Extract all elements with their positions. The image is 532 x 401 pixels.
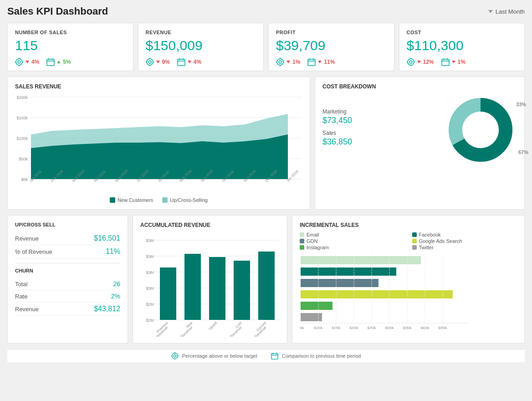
- footer-item-calendar: Comparison to previous time period: [271, 352, 361, 360]
- svg-text:$100k: $100k: [314, 326, 323, 329]
- svg-text:$400k: $400k: [420, 326, 430, 329]
- svg-point-105: [172, 353, 177, 359]
- kpi-label-revenue: REVENUE: [146, 30, 256, 35]
- legend-instagram: Instagram: [300, 245, 405, 250]
- sales-revenue-title: SALES REVENUE: [15, 83, 302, 90]
- svg-text:$0k: $0k: [21, 177, 28, 182]
- legend-label-upcross: Up/Cross-Selling: [170, 197, 208, 203]
- svg-rect-26: [308, 59, 315, 66]
- kpi-calendar-pct-revenue: 4%: [194, 59, 201, 65]
- kpi-metric-calendar-cost: 1%: [441, 58, 466, 66]
- cost-breakdown-card: COST BREAKDOWN Marketing $73,450 Sales $…: [315, 77, 525, 210]
- donut-marketing-label: Marketing: [322, 108, 444, 115]
- upcross-title: UP/CROSS SELL: [15, 222, 120, 227]
- footer-calendar-label: Comparison to previous time period: [282, 353, 361, 359]
- svg-text:Upsell: Upsell: [208, 321, 218, 331]
- kpi-target-pct-revenue: 9%: [162, 59, 170, 65]
- svg-text:$50k: $50k: [19, 157, 28, 161]
- accumulated-revenue-card: ACCUMULATED REVENUE $3M $3M $3M $3M $2M …: [133, 215, 287, 344]
- kpi-target-pct-sales: 4%: [31, 59, 39, 65]
- footer-target-icon: [171, 352, 179, 360]
- down-arrow-icon-c1: [417, 61, 421, 63]
- svg-point-65: [462, 112, 499, 148]
- bottom-row: UP/CROSS SELL Revenue $16,501 % of Reven…: [7, 215, 525, 344]
- sales-revenue-card: SALES REVENUE $200k $150k $100k $50k $0k: [7, 77, 310, 210]
- kpi-metric-calendar-revenue: 4%: [177, 58, 201, 66]
- inc-sales-svg: $50k $100k $150k $200k $250k $300k $350k…: [300, 254, 491, 331]
- sales-revenue-svg: $200k $150k $100k $50k $0k: [15, 93, 303, 194]
- stat-value-churn-revenue: $43,812: [94, 305, 120, 313]
- svg-text:$250k: $250k: [367, 326, 376, 329]
- svg-point-30: [408, 59, 414, 65]
- upcross-churn-card: UP/CROSS SELL Revenue $16,501 % of Reven…: [7, 215, 128, 344]
- down-arrow-icon-p2: [318, 61, 322, 63]
- svg-text:$3M: $3M: [146, 238, 154, 243]
- accumulated-revenue-title: ACCUMULATED REVENUE: [140, 222, 280, 228]
- kpi-metrics-sales: 4% 5%: [15, 58, 126, 66]
- svg-text:$3M: $3M: [146, 254, 154, 259]
- stat-row-churn-total: Total 26: [15, 278, 120, 290]
- kpi-label-sales: NUMBER OF SALES: [15, 30, 126, 35]
- donut-marketing: Marketing $73,450: [322, 108, 444, 125]
- legend-new-customers: New Customers: [110, 197, 153, 203]
- stat-label-churn-total: Total: [15, 281, 27, 288]
- footer-calendar-icon: [271, 352, 278, 360]
- svg-text:$200k: $200k: [349, 326, 358, 329]
- inc-sales-legend: Email Facebook GDN Google Ads Search Ins…: [300, 232, 517, 250]
- donut-sales: Sales $36,850: [322, 130, 444, 147]
- stat-label-pct-revenue: % of Revenue: [15, 248, 52, 255]
- svg-point-11: [148, 61, 151, 63]
- svg-text:$300k: $300k: [385, 326, 394, 329]
- header: Sales KPI Dashboard Last Month: [7, 5, 525, 17]
- donut-chart-container: 33% 67%: [444, 93, 517, 166]
- kpi-label-cost: COST: [407, 30, 517, 35]
- kpi-card-sales: NUMBER OF SALES 115 4% 5%: [7, 23, 133, 71]
- bar-current-revenue: [258, 252, 275, 320]
- filter-arrow-icon: [488, 10, 493, 13]
- legend-email: Email: [300, 232, 405, 237]
- footer: Percentage above or below target Compari…: [7, 349, 525, 362]
- stat-row-churn-rate: Rate 2%: [15, 290, 120, 303]
- svg-rect-16: [178, 59, 185, 66]
- kpi-target-pct-cost: 12%: [423, 59, 434, 65]
- kpi-label-profit: PROFIT: [276, 30, 387, 35]
- kpi-metric-target-revenue: 9%: [146, 58, 170, 66]
- target-icon-cost: [407, 58, 415, 66]
- stat-label-revenue: Revenue: [15, 235, 39, 242]
- stat-value-pct-revenue: 11%: [106, 247, 120, 256]
- svg-text:$3M: $3M: [146, 270, 154, 275]
- down-arrow-icon-p1: [286, 61, 290, 63]
- donut-pct-67: 67%: [518, 149, 528, 155]
- stat-value-churn-total: 26: [113, 280, 120, 288]
- bar-new-revenue: [184, 254, 201, 320]
- stat-row-revenue: Revenue $16,501: [15, 232, 120, 245]
- donut-container: Marketing $73,450 Sales $36,850: [322, 93, 517, 166]
- down-arrow-icon-r2: [188, 61, 191, 63]
- kpi-metric-calendar-profit: 11%: [307, 58, 335, 66]
- legend-label-new-customers: New Customers: [118, 197, 153, 203]
- svg-point-20: [277, 59, 283, 65]
- stat-value-churn-rate: 2%: [111, 293, 120, 300]
- kpi-value-cost: $110,300: [407, 38, 517, 53]
- bar-email: [301, 256, 421, 264]
- svg-text:$2M: $2M: [146, 318, 154, 323]
- kpi-metric-calendar-sales: 5%: [46, 58, 71, 66]
- donut-pct-33: 33%: [516, 102, 526, 107]
- donut-sales-label: Sales: [322, 130, 444, 136]
- kpi-metrics-profit: 1% 11%: [276, 58, 387, 66]
- sales-revenue-legend: New Customers Up/Cross-Selling: [15, 197, 302, 203]
- stat-label-churn-revenue: Revenue: [15, 306, 39, 313]
- sales-revenue-chart: $200k $150k $100k $50k $0k: [15, 93, 302, 203]
- kpi-metric-target-cost: 12%: [407, 58, 434, 66]
- kpi-calendar-pct-cost: 1%: [458, 59, 466, 65]
- donut-svg: [444, 93, 517, 166]
- legend-facebook: Facebook: [412, 232, 517, 237]
- calendar-icon: [46, 58, 55, 66]
- donut-sales-value: $36,850: [322, 137, 444, 147]
- svg-point-0: [16, 59, 22, 65]
- kpi-card-profit: PROFIT $39,709 1% 11%: [268, 23, 394, 71]
- svg-point-10: [147, 59, 153, 65]
- divider: [15, 263, 120, 263]
- dashboard-title: Sales KPI Dashboard: [7, 5, 108, 17]
- filter-button[interactable]: Last Month: [488, 8, 525, 15]
